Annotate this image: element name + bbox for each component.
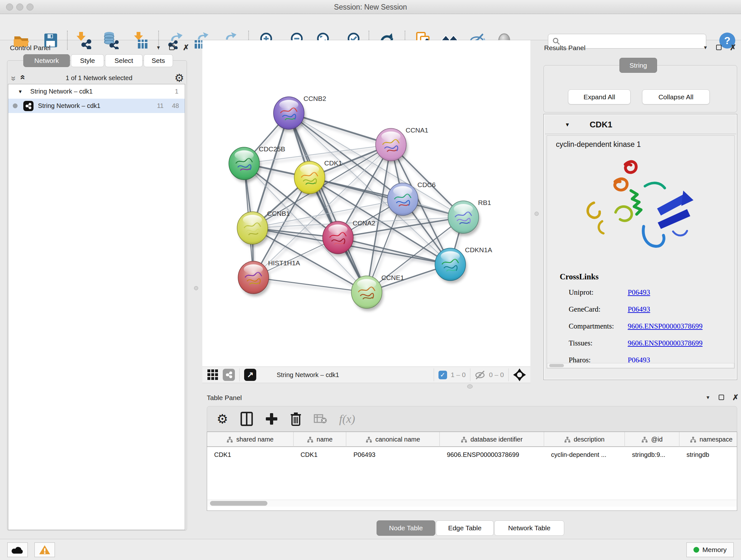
right-splitter-handle[interactable] — [535, 212, 539, 216]
table-cell[interactable]: CDK1 — [293, 448, 347, 462]
crosslink-value-link[interactable]: 9606.ENSP00000378699 — [628, 339, 703, 347]
column-header-5[interactable]: @id — [625, 432, 679, 447]
close-panel-icon[interactable]: ✗ — [732, 395, 739, 400]
panel-menu-icon[interactable]: ▼ — [703, 45, 708, 50]
network-overview-icon[interactable] — [223, 369, 235, 381]
crosslink-label: Uniprot: — [569, 288, 628, 297]
network-node-CDKN1A[interactable]: CDKN1A — [435, 246, 492, 283]
function-builder-icon[interactable]: f(x) — [339, 412, 355, 426]
tab-network-table[interactable]: Network Table — [494, 520, 564, 536]
results-horizontal-scrollbar[interactable] — [547, 363, 734, 368]
column-header-3[interactable]: database identifier — [440, 432, 544, 447]
table-cell[interactable]: CDK1 — [207, 448, 293, 462]
table-cell[interactable]: stringdb — [679, 448, 737, 462]
tab-style[interactable]: Style — [71, 54, 104, 67]
crosslink-value-link[interactable]: P06493 — [628, 288, 650, 296]
collection-expand-icon[interactable]: ▼ — [18, 89, 23, 94]
close-panel-icon[interactable]: ✗ — [730, 45, 736, 50]
panel-menu-icon[interactable]: ▼ — [156, 45, 161, 50]
import-network-icon[interactable] — [74, 30, 93, 50]
network-node-RB1[interactable]: RB1 — [448, 199, 491, 236]
table-horizontal-scrollbar[interactable] — [207, 500, 737, 507]
table-cell[interactable]: 9606.ENSP00000378699 — [440, 448, 544, 462]
network-node-CCNE1[interactable]: CCNE1 — [351, 274, 404, 311]
tab-select[interactable]: Select — [105, 54, 143, 67]
table-header-row: shared namenamecanonical namedatabase id… — [207, 432, 737, 447]
hidden-eye-icon[interactable] — [475, 370, 486, 380]
network-canvas[interactable]: CCNB2CCNA1CDC25BCDK1CDC6RB1CCNB1CCNA2CDK… — [202, 42, 530, 367]
node-position-reset-icon[interactable] — [513, 368, 526, 381]
table-row[interactable]: CDK1CDK1P064939606.ENSP00000378699cyclin… — [207, 448, 737, 462]
column-type-icon — [564, 436, 570, 443]
network-edge-count: 48 — [172, 102, 179, 110]
birdseye-view-icon[interactable]: ↗ — [244, 369, 256, 381]
table-cell[interactable]: P06493 — [346, 448, 440, 462]
column-header-2[interactable]: canonical name — [346, 432, 440, 447]
delete-column-icon[interactable] — [290, 412, 301, 426]
column-header-0[interactable]: shared name — [207, 432, 293, 447]
selected-checkbox-icon[interactable]: ✓ — [439, 371, 447, 379]
network-options-gear-icon[interactable]: ⚙ — [175, 72, 184, 83]
network-node-CCNA1[interactable]: CCNA1 — [376, 126, 428, 164]
collapse-all-networks-icon[interactable]: » — [17, 76, 27, 80]
network-collection-row[interactable]: ▼ String Network – cdk1 1 — [8, 84, 185, 99]
table-toolbar: ⚙ f(x) — [207, 406, 737, 432]
expand-all-button[interactable]: Expand All — [568, 89, 630, 105]
tab-edge-table[interactable]: Edge Table — [436, 520, 494, 536]
float-panel-icon[interactable] — [169, 45, 175, 50]
network-label: String Network – cdk1 — [38, 102, 100, 110]
float-panel-icon[interactable] — [716, 45, 722, 50]
column-header-1[interactable]: name — [293, 432, 347, 447]
close-panel-icon[interactable]: ✗ — [183, 45, 189, 50]
network-selection-status: 1 of 1 Network selected — [23, 74, 174, 82]
panel-menu-icon[interactable]: ▼ — [705, 395, 711, 400]
network-node-count: 11 — [157, 102, 164, 110]
warnings-button[interactable] — [35, 543, 55, 557]
delete-table-icon[interactable] — [314, 414, 327, 424]
float-panel-icon[interactable] — [719, 395, 724, 400]
network-view-title: String Network – cdk1 — [277, 371, 339, 379]
toolbar-divider — [67, 30, 68, 50]
node-label-CDKN1A: CDKN1A — [465, 246, 492, 253]
protein-name: CDK1 — [590, 120, 612, 130]
network-node-CCNB2[interactable]: CCNB2 — [273, 95, 326, 132]
left-splitter-handle[interactable] — [194, 286, 198, 290]
bottom-splitter-handle[interactable] — [467, 384, 473, 388]
tab-node-table[interactable]: Node Table — [377, 520, 435, 536]
network-list-header: » » 1 of 1 Network selected ⚙ — [12, 72, 184, 84]
protein-section-header[interactable]: ▼ CDK1 — [545, 116, 736, 134]
column-type-icon — [307, 436, 313, 443]
cloud-status-button[interactable] — [7, 543, 28, 557]
tab-network[interactable]: Network — [23, 54, 70, 67]
network-node-CDC25B[interactable]: CDC25B — [229, 145, 285, 182]
table-cell[interactable]: cyclin-dependent ... — [544, 448, 625, 462]
grid-view-icon[interactable] — [207, 369, 219, 381]
node-label-CCNE1: CCNE1 — [381, 274, 404, 281]
crosslinks-title: CrossLinks — [560, 272, 599, 281]
selected-node-edge-counts: 1 – 0 — [451, 371, 466, 379]
network-node-CDC6[interactable]: CDC6 — [387, 181, 435, 218]
memory-button[interactable]: Memory — [686, 543, 734, 557]
toolbar-divider — [470, 368, 470, 381]
column-header-6[interactable]: namespace — [679, 432, 737, 447]
collapse-all-button[interactable]: Collapse All — [642, 89, 710, 105]
table-panel-window-controls: ▼ ✗ — [705, 395, 739, 400]
show-columns-icon[interactable] — [240, 412, 253, 426]
import-table-icon[interactable] — [131, 30, 150, 50]
column-header-4[interactable]: description — [544, 432, 625, 447]
crosslink-value-link[interactable]: 9606.ENSP00000378699 — [628, 322, 703, 330]
protein-detail-box: cyclin-dependent kinase 1 — [547, 135, 735, 368]
network-node-HIST1H1A[interactable]: HIST1H1A — [238, 259, 300, 296]
table-settings-gear-icon[interactable]: ⚙ — [217, 414, 228, 424]
network-row[interactable]: String Network – cdk1 11 48 — [8, 99, 185, 113]
table-cell[interactable]: stringdb:9... — [625, 448, 679, 462]
tab-sets[interactable]: Sets — [144, 54, 173, 67]
tab-string[interactable]: String — [619, 58, 657, 73]
add-column-icon[interactable] — [265, 413, 278, 425]
collapse-section-icon[interactable]: ▼ — [565, 122, 570, 128]
crosslink-value-link[interactable]: P06493 — [628, 305, 650, 313]
results-panel-window-controls: ▼ ✗ — [703, 45, 736, 50]
current-network-dot — [13, 104, 17, 108]
memory-label: Memory — [702, 546, 727, 554]
import-database-icon[interactable] — [102, 30, 121, 50]
